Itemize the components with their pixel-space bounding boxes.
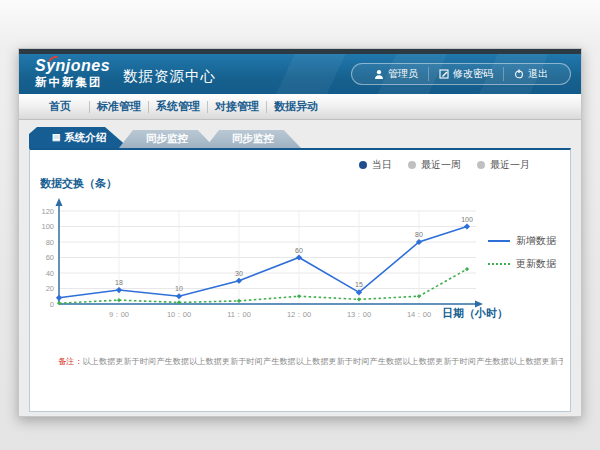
tab-label: 同步监控 [146, 132, 188, 146]
logout-button[interactable]: 退出 [503, 67, 558, 81]
app-header: Synjones 新中新集团 数据资源中心 管理员 [19, 54, 581, 94]
logo-wordmark: Synjones [35, 58, 110, 74]
radio-dot-icon [477, 161, 485, 169]
range-option-today[interactable]: 当日 [359, 158, 392, 172]
footer-note: 备注：以上数据更新于时间产生数据以上数据更新于时间产生数据以上数据更新于时间产生… [58, 356, 563, 367]
svg-text:13：00: 13：00 [347, 310, 371, 319]
line-chart: 0204060801001209：0010：0011：0012：0013：001… [30, 196, 500, 336]
radio-dot-icon [359, 161, 367, 169]
time-range-options: 当日 最近一周 最近一月 [359, 158, 530, 172]
change-password-button[interactable]: 修改密码 [428, 67, 503, 81]
svg-text:15: 15 [355, 281, 363, 288]
svg-text:12：00: 12：00 [287, 310, 311, 319]
tab-sync-monitor-2[interactable]: 同步监控 [205, 130, 301, 148]
main-nav: 首页 标准管理 系统管理 对接管理 数据异动 [19, 94, 581, 120]
nav-item-home[interactable]: 首页 [31, 99, 89, 114]
nav-item-interface-mgmt[interactable]: 对接管理 [208, 99, 266, 114]
logo-company-name: 新中新集团 [35, 77, 110, 89]
current-user-button[interactable]: 管理员 [364, 67, 428, 81]
app-title: 数据资源中心 [123, 67, 216, 86]
tab-bar: ▤ 系统介绍 同步监控 同步监控 [29, 127, 301, 148]
app-window: Synjones 新中新集团 数据资源中心 管理员 [18, 48, 582, 417]
radio-dot-icon [408, 161, 416, 169]
edit-icon [439, 69, 449, 79]
nav-item-standard-mgmt[interactable]: 标准管理 [90, 99, 148, 114]
note-text: 以上数据更新于时间产生数据以上数据更新于时间产生数据以上数据更新于时间产生数据以… [83, 357, 563, 366]
document-icon: ▤ [52, 133, 61, 142]
user-bar: 管理员 修改密码 退出 [351, 63, 571, 85]
svg-text:30: 30 [235, 270, 243, 277]
svg-text:18: 18 [115, 279, 123, 286]
content-panel: 当日 最近一周 最近一月 数据交换（条） 0204060801001209：00… [29, 148, 571, 412]
svg-text:100: 100 [41, 222, 54, 231]
legend-item-update-data[interactable]: 更新数据 [488, 257, 556, 271]
nav-item-system-mgmt[interactable]: 系统管理 [149, 99, 207, 114]
legend-label: 更新数据 [516, 257, 556, 271]
range-label: 最近一周 [421, 158, 461, 172]
svg-text:100: 100 [461, 216, 473, 223]
svg-text:20: 20 [46, 284, 54, 293]
svg-text:60: 60 [46, 253, 54, 262]
svg-text:80: 80 [415, 231, 423, 238]
svg-text:10：00: 10：00 [167, 310, 191, 319]
svg-text:9：00: 9：00 [109, 310, 129, 319]
tab-label: 系统介绍 [64, 131, 106, 145]
svg-text:10: 10 [175, 285, 183, 292]
svg-text:60: 60 [295, 247, 303, 254]
svg-text:80: 80 [46, 238, 54, 247]
svg-text:0: 0 [50, 300, 54, 309]
svg-text:11：00: 11：00 [227, 310, 251, 319]
range-label: 最近一月 [490, 158, 530, 172]
chart-legend: 新增数据 更新数据 [488, 234, 556, 271]
svg-text:14：00: 14：00 [407, 310, 431, 319]
logout-label: 退出 [528, 67, 548, 81]
user-label: 管理员 [388, 67, 418, 81]
brand-logo: Synjones 新中新集团 [35, 58, 110, 89]
solid-line-icon [488, 240, 510, 242]
range-label: 当日 [372, 158, 392, 172]
x-axis-title: 日期（小时） [442, 306, 508, 321]
svg-text:120: 120 [41, 207, 54, 216]
svg-text:40: 40 [46, 269, 54, 278]
power-icon [514, 69, 524, 79]
note-prefix: 备注： [58, 357, 83, 366]
tab-system-intro[interactable]: ▤ 系统介绍 [29, 127, 129, 148]
y-axis-title: 数据交换（条） [40, 176, 117, 191]
change-password-label: 修改密码 [453, 67, 493, 81]
tab-label: 同步监控 [232, 132, 274, 146]
legend-label: 新增数据 [516, 234, 556, 248]
tab-sync-monitor-1[interactable]: 同步监控 [119, 130, 215, 148]
nav-item-data-change[interactable]: 数据异动 [267, 99, 325, 114]
legend-item-new-data[interactable]: 新增数据 [488, 234, 556, 248]
user-icon [374, 69, 384, 79]
range-option-last-month[interactable]: 最近一月 [477, 158, 530, 172]
range-option-last-week[interactable]: 最近一周 [408, 158, 461, 172]
dotted-line-icon [488, 263, 510, 265]
desktop-background: Synjones 新中新集团 数据资源中心 管理员 [0, 0, 600, 450]
